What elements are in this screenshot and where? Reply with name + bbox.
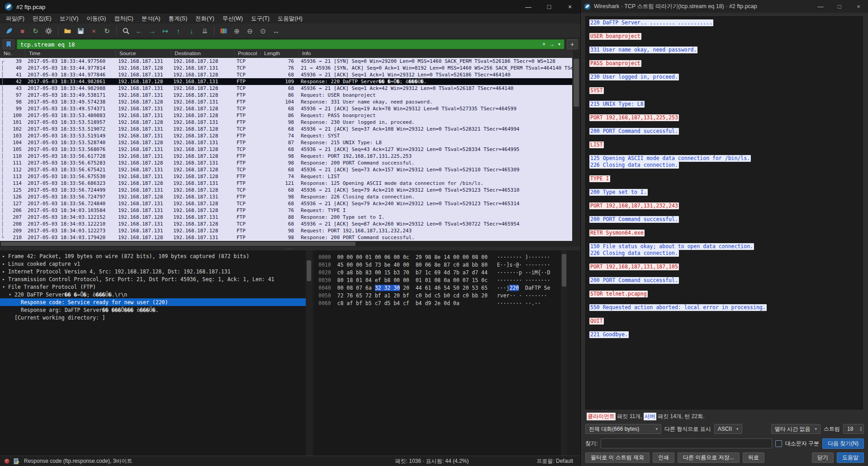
packet-row[interactable]: │992017-05-03 18:33:49.574371192.168.187… <box>0 105 572 112</box>
open-file-icon[interactable] <box>62 25 74 37</box>
packet-row[interactable]: │1042017-05-03 18:33:53.528740192.168.18… <box>0 139 572 146</box>
find-packet-icon[interactable] <box>120 25 132 37</box>
detail-line[interactable]: Response code: Service ready for new use… <box>0 298 306 306</box>
zoom-100-icon[interactable]: ⊙ <box>257 25 269 37</box>
save-as-button[interactable]: 다른 이름으로 저장... <box>678 452 740 463</box>
packet-row[interactable]: │1122017-05-03 18:33:56.675421192.168.18… <box>0 166 572 173</box>
packet-row[interactable]: ┌392017-05-03 18:33:44.977560192.168.187… <box>0 58 572 65</box>
dialog-close-button[interactable]: × <box>849 0 868 13</box>
hex-row[interactable]: 0050 72 76 65 72 bf a1 20 bf c0 bd c5 b0… <box>318 292 561 300</box>
packet-row[interactable]: │1012017-05-03 18:33:53.518957192.168.18… <box>0 119 572 126</box>
expander-icon[interactable]: ▾ <box>9 292 14 297</box>
find-next-button[interactable]: 다음 찾기(N) <box>822 438 864 449</box>
spinner-arrows-icon[interactable]: ▴▾ <box>860 426 862 432</box>
packet-row[interactable]: │422017-05-03 18:33:44.982861192.168.187… <box>0 78 572 85</box>
stream-number-spinner[interactable]: 18 ▴▾ <box>843 424 864 434</box>
expander-icon[interactable]: ▸ <box>2 269 8 274</box>
clear-filter-icon[interactable]: × <box>541 42 547 47</box>
profile-text[interactable]: 프로필: Default <box>536 457 573 465</box>
scroll-thumb[interactable] <box>574 59 579 107</box>
apply-filter-icon[interactable]: → <box>547 42 556 47</box>
help-button[interactable]: 도움말 <box>837 452 864 463</box>
hex-row[interactable]: 0060 c8 af bf b5 c7 d5 b4 cf b4 d9 2e 0d… <box>318 300 561 307</box>
packet-row[interactable]: │432017-05-03 18:33:44.982988192.168.187… <box>0 85 572 92</box>
detail-line[interactable]: ▾220 DaFTP Server�� �=Ů�; ò���Ũ�.\r\n <box>0 291 306 298</box>
close-file-icon[interactable]: × <box>88 25 100 37</box>
detail-line[interactable]: ▸Internet Protocol Version 4, Src: 192.1… <box>0 268 306 275</box>
capture-restart-icon[interactable]: ↻ <box>29 25 42 37</box>
packet-row[interactable]: │2062017-05-03 18:34:03.103584192.168.18… <box>0 207 572 214</box>
show-as-select[interactable]: ASCII ▾ <box>714 424 742 434</box>
dialog-minimize-button[interactable]: — <box>811 0 830 13</box>
detail-line[interactable]: [Current working directory: ] <box>0 314 306 321</box>
delta-times-select[interactable]: 델타 시간 없음 ▾ <box>771 424 821 434</box>
conversation-select[interactable]: 전체 대화(666 bytes) ▾ <box>585 424 661 434</box>
add-filter-button[interactable]: + <box>567 39 578 49</box>
case-sensitive-checkbox[interactable] <box>775 440 782 447</box>
hex-row[interactable]: 0020 c0 a8 bb 83 00 15 b3 70 b7 1c 69 4d… <box>318 269 561 277</box>
menu-help[interactable]: 도움말(H) <box>274 14 307 24</box>
scroll-thumb[interactable] <box>307 260 311 281</box>
filter-out-stream-button[interactable]: 필터로 이 스트림 제외 <box>585 452 650 463</box>
stream-content[interactable]: 220 DaFTP Server.. ........ ...........U… <box>585 16 863 410</box>
column-header-time[interactable]: Time <box>25 50 116 57</box>
packet-row[interactable]: │412017-05-03 18:33:44.977846192.168.187… <box>0 71 572 78</box>
menu-edit[interactable]: 편집(E) <box>28 14 56 24</box>
packet-row[interactable]: │402017-05-03 18:33:44.977814192.168.187… <box>0 65 572 71</box>
menu-tools[interactable]: 도구(T) <box>247 14 274 24</box>
menu-file[interactable]: 파일(F) <box>2 14 28 24</box>
colorize-icon[interactable] <box>218 25 230 37</box>
scroll-thumb[interactable] <box>1 242 356 246</box>
detail-line[interactable]: ▸Transmission Control Protocol, Src Port… <box>0 275 306 283</box>
packet-row[interactable]: │1252017-05-03 18:33:56.724499192.168.18… <box>0 187 572 193</box>
menu-telephony[interactable]: 전화(Y) <box>191 14 218 24</box>
packet-row[interactable]: │1022017-05-03 18:33:53.519072192.168.18… <box>0 126 572 132</box>
column-header-dst[interactable]: Destination <box>171 50 234 57</box>
packet-row[interactable]: │972017-05-03 18:33:49.538171192.168.187… <box>0 92 572 99</box>
expander-icon[interactable]: ▾ <box>2 284 8 289</box>
auto-scroll-icon[interactable]: ⇊ <box>199 25 211 37</box>
packet-list-vscrollbar[interactable] <box>572 50 580 247</box>
detail-line[interactable]: ▾File Transfer Protocol (FTP) <box>0 283 306 291</box>
packet-row[interactable]: │1112017-05-03 18:33:56.675283192.168.18… <box>0 160 572 166</box>
column-header-src[interactable]: Source <box>116 50 171 57</box>
zoom-out-icon[interactable]: ⊖ <box>244 25 256 37</box>
scroll-thumb[interactable] <box>562 254 566 287</box>
hex-row[interactable]: 0030 80 18 01 04 ef b8 00 00 01 01 08 0a… <box>318 277 561 284</box>
go-back-icon[interactable]: ← <box>133 25 145 37</box>
print-button[interactable]: 인쇄 <box>653 452 674 463</box>
filter-bookmark-icon[interactable] <box>3 39 14 49</box>
hex-row[interactable]: 0040 00 08 07 6a 32 32 30 20 44 61 46 54… <box>318 284 561 292</box>
menu-analyze[interactable]: 분석(A) <box>138 14 165 24</box>
filter-dropdown-icon[interactable]: ▾ <box>556 42 562 47</box>
menu-go[interactable]: 이동(G) <box>82 14 110 24</box>
column-header-no[interactable]: No. <box>0 50 25 57</box>
packet-row[interactable]: │2092017-05-03 18:34:03.122273192.168.18… <box>0 227 572 234</box>
capture-options-icon[interactable] <box>43 25 55 37</box>
reload-file-icon[interactable]: ↻ <box>101 25 113 37</box>
zoom-in-icon[interactable]: ⊕ <box>231 25 243 37</box>
display-filter-input[interactable] <box>19 41 541 48</box>
capture-comment-icon[interactable] <box>13 458 20 465</box>
details-vscrollbar[interactable] <box>306 250 312 456</box>
hex-row[interactable]: 0010 45 00 00 5d 73 be 40 00 80 06 8e 87… <box>318 261 561 269</box>
maximize-button[interactable]: □ <box>539 0 560 14</box>
packet-row[interactable]: └2102017-05-03 18:34:03.179420192.168.18… <box>0 234 572 241</box>
go-to-packet-icon[interactable]: ↦ <box>159 25 171 37</box>
packet-row[interactable]: │982017-05-03 18:33:49.574238192.168.187… <box>0 99 572 105</box>
detail-line[interactable]: ▸Frame 42: Packet, 109 bytes on wire (87… <box>0 252 306 260</box>
expander-icon[interactable]: ▸ <box>2 254 8 259</box>
packet-row[interactable]: │1032017-05-03 18:33:53.519149192.168.18… <box>0 132 572 139</box>
menu-statistics[interactable]: 통계(S) <box>164 14 191 24</box>
column-header-proto[interactable]: Protocol <box>234 50 261 57</box>
capture-start-icon[interactable] <box>3 25 15 37</box>
detail-line[interactable]: ▸Linux cooked capture v1 <box>0 260 306 268</box>
minimize-button[interactable]: — <box>518 0 539 14</box>
packet-row[interactable]: │1132017-05-03 18:33:56.675530192.168.18… <box>0 173 572 180</box>
find-input[interactable] <box>601 438 772 448</box>
expander-icon[interactable]: ▸ <box>2 261 8 266</box>
capture-stop-icon[interactable]: ■ <box>16 25 28 37</box>
save-file-icon[interactable] <box>75 25 87 37</box>
detail-line[interactable]: Response arg: DaFTP Server�� ���Ů��� ò��… <box>0 306 306 314</box>
go-forward-icon[interactable]: → <box>146 25 158 37</box>
